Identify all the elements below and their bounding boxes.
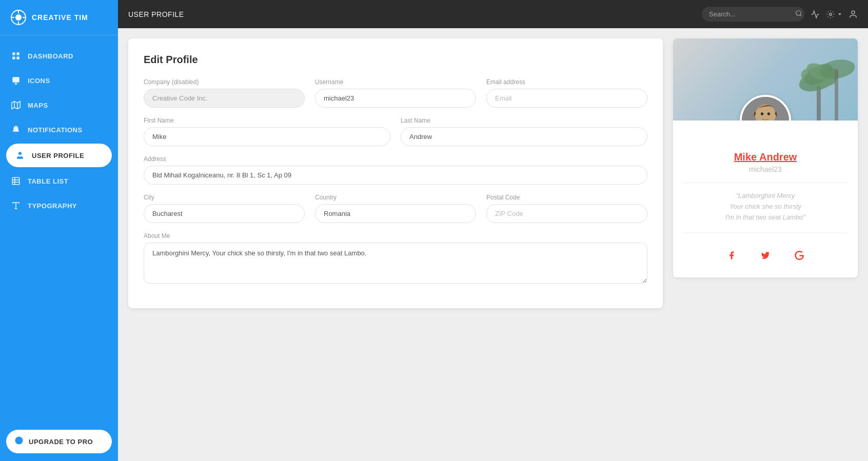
svg-rect-6 [12, 52, 15, 55]
email-group: Email address [486, 78, 647, 108]
googleplus-icon[interactable] [790, 246, 808, 265]
upgrade-button[interactable]: UPGRADE TO PRO [6, 430, 112, 453]
svg-point-28 [852, 11, 855, 14]
svg-point-25 [796, 11, 801, 15]
city-input[interactable] [144, 204, 305, 223]
company-input [144, 89, 305, 108]
firstname-label: First Name [144, 117, 390, 124]
sidebar-item-label-icons: ICONS [28, 77, 50, 85]
sidebar-item-notifications[interactable]: NOTIFICATIONS [0, 118, 118, 142]
form-row-5: About Me Lamborghini Mercy, Your chick s… [144, 232, 647, 284]
profile-quote: "Lamborghini Mercy Your chick she so thi… [683, 191, 847, 223]
quote-line1: "Lamborghini Mercy [736, 192, 795, 199]
svg-marker-13 [12, 102, 21, 109]
sidebar-nav: DASHBOARD ICONS MAPS NOTIFICATIONS [0, 35, 118, 422]
email-label: Email address [486, 78, 647, 86]
sidebar-item-typography[interactable]: TYPOGRAPHY [0, 194, 118, 217]
sidebar-item-label-typography: TYPOGRAPHY [28, 202, 77, 210]
typography-icon [10, 200, 22, 211]
postal-input[interactable] [486, 204, 647, 223]
search-input[interactable] [709, 10, 795, 18]
form-row-1: Company (disabled) Username Email addres… [144, 78, 647, 108]
user-profile-icon [14, 150, 26, 161]
avatar-image [742, 95, 789, 121]
svg-point-27 [830, 13, 832, 15]
user-icon[interactable] [849, 10, 858, 19]
address-group: Address [144, 155, 647, 185]
sidebar-item-label-maps: MAPS [28, 102, 48, 109]
firstname-input[interactable] [144, 127, 390, 146]
form-row-4: City Country Postal Code [144, 194, 647, 223]
lastname-input[interactable] [401, 127, 647, 146]
icons-icon [10, 75, 22, 86]
city-label: City [144, 194, 305, 201]
aboutme-textarea[interactable]: Lamborghini Mercy, Your chick she so thi… [144, 243, 647, 284]
search-icon [795, 10, 802, 18]
lastname-group: Last Name [401, 117, 647, 146]
sidebar-item-dashboard[interactable]: DASHBOARD [0, 44, 118, 68]
sidebar-brand[interactable]: CREATIVE TIM [0, 0, 118, 35]
email-input[interactable] [486, 89, 647, 108]
address-input[interactable] [144, 166, 647, 185]
profile-card: Mike Andrew michael23 "Lamborghini Mercy… [673, 38, 858, 277]
page-title: USER PROFILE [128, 10, 702, 18]
profile-avatar-wrapper [740, 95, 791, 121]
profile-card-body: Mike Andrew michael23 "Lamborghini Mercy… [673, 121, 858, 277]
sidebar-item-table-list[interactable]: TABLE LIST [0, 169, 118, 193]
sidebar-item-icons[interactable]: ICONS [0, 69, 118, 92]
profile-divider [683, 183, 847, 183]
username-group: Username [315, 78, 476, 108]
maps-icon [10, 99, 22, 111]
svg-point-16 [18, 152, 22, 155]
username-label: Username [315, 78, 476, 86]
upgrade-label: UPGRADE TO PRO [29, 438, 93, 446]
svg-point-40 [761, 112, 764, 115]
form-row-3: Address [144, 155, 647, 185]
postal-label: Postal Code [486, 194, 647, 201]
dashboard-icon [10, 50, 22, 62]
aboutme-label: About Me [144, 232, 647, 239]
card-title: Edit Profile [144, 54, 647, 66]
notifications-icon [10, 124, 22, 135]
sidebar-item-label-user-profile: USER PROFILE [32, 152, 84, 159]
country-input[interactable] [315, 204, 476, 223]
firstname-group: First Name [144, 117, 390, 146]
sidebar-item-maps[interactable]: MAPS [0, 93, 118, 117]
city-group: City [144, 194, 305, 223]
sidebar-item-label-table-list: TABLE LIST [28, 177, 68, 185]
sidebar-item-label-notifications: NOTIFICATIONS [28, 126, 83, 134]
svg-rect-35 [835, 69, 838, 121]
upgrade-icon [14, 436, 24, 447]
form-row-2: First Name Last Name [144, 117, 647, 146]
sidebar-item-user-profile[interactable]: USER PROFILE [6, 144, 112, 167]
avatar [740, 95, 791, 121]
table-list-icon [10, 175, 22, 187]
profile-social [683, 241, 847, 265]
activity-icon[interactable] [811, 10, 820, 19]
country-group: Country [315, 194, 476, 223]
profile-username: michael23 [683, 165, 847, 173]
country-label: Country [315, 194, 476, 201]
svg-line-26 [800, 15, 802, 16]
profile-divider-2 [683, 233, 847, 233]
topbar: USER PROFILE [118, 0, 868, 28]
settings-icon[interactable] [826, 10, 842, 19]
svg-rect-9 [17, 57, 19, 59]
sidebar-item-label-dashboard: DASHBOARD [28, 52, 73, 60]
facebook-icon[interactable] [722, 246, 741, 265]
svg-point-41 [767, 112, 771, 115]
address-label: Address [144, 155, 647, 163]
sidebar: CREATIVE TIM DASHBOARD ICONS MAPS [0, 0, 118, 461]
lastname-label: Last Name [401, 117, 647, 124]
company-group: Company (disabled) [144, 78, 305, 108]
svg-rect-10 [12, 77, 19, 83]
topbar-actions [702, 7, 858, 22]
twitter-icon[interactable] [756, 246, 775, 265]
brand-name: CREATIVE TIM [32, 13, 88, 22]
profile-name: Mike Andrew [683, 151, 847, 163]
quote-line3: I'm in that two seat Lambo" [725, 213, 805, 221]
svg-point-1 [15, 14, 22, 21]
profile-banner [673, 38, 858, 121]
search-box[interactable] [702, 7, 804, 22]
username-input[interactable] [315, 89, 476, 108]
